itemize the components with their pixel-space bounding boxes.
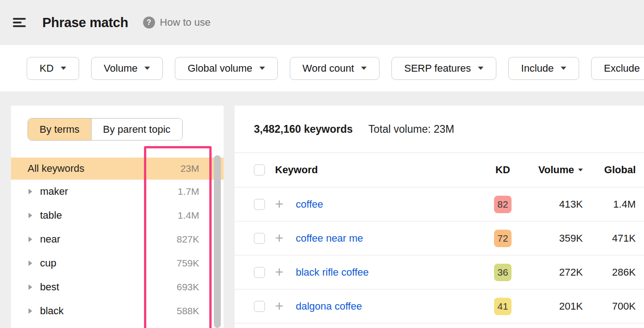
row-checkbox[interactable]	[254, 233, 265, 244]
term-label: near	[40, 233, 177, 245]
chevron-right-icon[interactable]	[29, 308, 32, 314]
chevron-right-icon[interactable]	[29, 189, 32, 194]
filter-include-button[interactable]: Include	[508, 57, 579, 80]
filter-kd-button[interactable]: KD	[27, 57, 79, 80]
kd-badge: 72	[494, 230, 512, 247]
menu-icon[interactable]	[13, 16, 26, 29]
filter-exclude-label: Exclude	[604, 62, 640, 74]
filter-kd-label: KD	[40, 62, 54, 74]
expand-plus-icon[interactable]: +	[275, 197, 296, 211]
filter-bar: KD Volume Global volume Word count SERP …	[0, 45, 644, 91]
chevron-right-icon[interactable]	[29, 284, 32, 290]
term-row-near[interactable]: near 827K	[11, 227, 224, 251]
how-to-use-label[interactable]: How to use	[160, 17, 211, 28]
volume-cell: 413K	[518, 198, 583, 210]
all-keywords-label: All keywords	[28, 163, 84, 175]
chevron-down-icon	[478, 67, 483, 70]
term-label: cup	[40, 257, 177, 269]
filter-exclude-button[interactable]: Exclude	[591, 57, 644, 80]
column-header-global[interactable]: Global	[583, 164, 636, 176]
table-header-row: Keyword KD Volume Global	[235, 153, 644, 187]
keyword-link[interactable]: coffee near me	[296, 232, 363, 244]
sidebar-scrollbar[interactable]	[214, 155, 221, 328]
global-volume-cell: 286K	[583, 266, 636, 278]
terms-list: All keywords 23M maker 1.7M table 1.4M n…	[11, 158, 224, 323]
global-volume-cell: 1.4M	[583, 198, 636, 210]
row-checkbox[interactable]	[254, 199, 265, 210]
term-value: 1.7M	[178, 186, 199, 197]
filter-global-volume-button[interactable]: Global volume	[175, 57, 278, 80]
keyword-link[interactable]: coffee	[296, 198, 323, 210]
sidebar-tab-group: By terms By parent topic	[28, 118, 183, 141]
volume-cell: 272K	[518, 266, 583, 278]
table-row: + dalgona coffee 41 201K 700K	[235, 289, 644, 323]
chevron-right-icon[interactable]	[29, 237, 32, 242]
how-to-use[interactable]: ? How to use	[143, 17, 211, 28]
table-row: + black rifle coffee 36 272K 286K	[235, 255, 644, 289]
row-checkbox[interactable]	[254, 301, 265, 312]
column-header-kd[interactable]: KD	[487, 164, 518, 176]
global-volume-cell: 700K	[583, 300, 636, 312]
term-value: 693K	[177, 282, 199, 293]
keyword-link[interactable]: dalgona coffee	[296, 300, 362, 312]
filter-serp-features-label: SERP features	[404, 62, 471, 74]
term-label: maker	[40, 186, 178, 198]
term-value: 588K	[177, 305, 199, 317]
term-row-table[interactable]: table 1.4M	[11, 204, 224, 227]
term-row-best[interactable]: best 693K	[11, 275, 224, 299]
term-label: black	[40, 305, 177, 317]
volume-cell: 359K	[518, 232, 583, 244]
tab-by-terms[interactable]: By terms	[28, 119, 91, 140]
term-value: 827K	[177, 234, 199, 245]
term-value: 1.4M	[178, 210, 199, 221]
terms-sidebar: By terms By parent topic All keywords 23…	[11, 106, 224, 328]
table-row: + coffee 82 413K 1.4M	[235, 187, 644, 221]
page-title: Phrase match	[42, 15, 128, 30]
term-row-black[interactable]: black 588K	[11, 299, 224, 323]
keywords-count: 3,482,160 keywords	[254, 123, 353, 136]
chevron-down-icon	[561, 67, 566, 70]
expand-plus-icon[interactable]: +	[275, 299, 296, 313]
column-header-keyword[interactable]: Keyword	[275, 164, 487, 176]
chevron-down-icon	[144, 67, 150, 70]
chevron-down-icon	[259, 67, 265, 70]
filter-serp-features-button[interactable]: SERP features	[391, 57, 496, 80]
term-label: best	[40, 281, 177, 293]
column-header-volume[interactable]: Volume	[518, 164, 583, 176]
app-header: Phrase match ? How to use	[0, 0, 644, 45]
filter-word-count-button[interactable]: Word count	[290, 57, 380, 80]
kd-badge: 82	[494, 196, 512, 213]
column-header-volume-label: Volume	[538, 164, 574, 176]
row-checkbox[interactable]	[254, 267, 265, 278]
filter-global-volume-label: Global volume	[188, 62, 253, 74]
term-label: table	[40, 209, 178, 221]
all-keywords-row[interactable]: All keywords 23M	[11, 158, 224, 180]
filter-word-count-label: Word count	[303, 62, 354, 74]
filter-include-label: Include	[521, 62, 554, 74]
results-summary: 3,482,160 keywords Total volume: 23M	[235, 106, 644, 153]
chevron-right-icon[interactable]	[29, 213, 32, 218]
expand-plus-icon[interactable]: +	[275, 231, 296, 245]
global-volume-cell: 471K	[583, 232, 636, 244]
chevron-down-icon	[61, 67, 66, 70]
table-row: + coffee near me 72 359K 471K	[235, 221, 644, 255]
keyword-link[interactable]: black rifle coffee	[296, 266, 369, 278]
term-row-maker[interactable]: maker 1.7M	[11, 180, 224, 204]
sort-desc-icon	[578, 169, 583, 171]
chevron-down-icon	[361, 67, 367, 70]
kd-badge: 36	[494, 264, 512, 281]
expand-plus-icon[interactable]: +	[275, 265, 296, 279]
chevron-right-icon[interactable]	[29, 260, 32, 266]
select-all-checkbox[interactable]	[254, 164, 265, 175]
tab-by-parent-topic[interactable]: By parent topic	[91, 119, 182, 140]
filter-volume-button[interactable]: Volume	[91, 57, 163, 80]
filter-volume-label: Volume	[104, 62, 138, 74]
term-row-cup[interactable]: cup 759K	[11, 251, 224, 275]
question-icon[interactable]: ?	[143, 17, 155, 28]
all-keywords-value: 23M	[180, 163, 199, 174]
kd-badge: 41	[494, 298, 512, 315]
results-panel: 3,482,160 keywords Total volume: 23M Key…	[235, 106, 644, 328]
volume-cell: 201K	[518, 300, 583, 312]
term-value: 759K	[177, 258, 199, 269]
total-volume: Total volume: 23M	[368, 123, 454, 136]
